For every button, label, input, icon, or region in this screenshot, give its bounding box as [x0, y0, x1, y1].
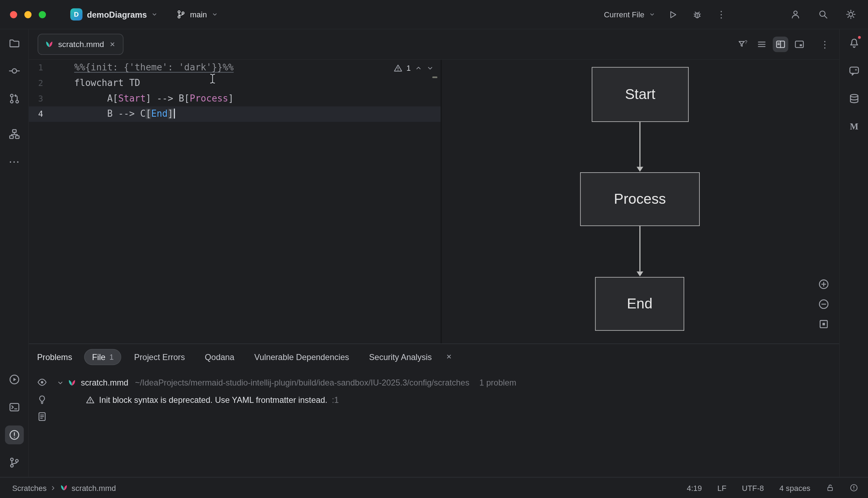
code-editor[interactable]: 1%%{init: {'theme': 'dark'}}%%2flowchart…: [29, 60, 440, 343]
pull-requests-tool-button[interactable]: [5, 89, 23, 108]
code-line-2[interactable]: 2flowchart TD: [29, 75, 440, 91]
line-number[interactable]: 2: [29, 75, 43, 91]
editor-options-button[interactable]: ⋮: [817, 36, 833, 52]
problems-toolbar: [29, 377, 55, 422]
kebab-icon: ⋮: [820, 40, 830, 49]
window-controls: [10, 11, 46, 18]
close-problems-tab-icon[interactable]: ✕: [445, 352, 453, 362]
zoom-in-button[interactable]: [817, 278, 831, 291]
notifications-button[interactable]: [844, 34, 863, 53]
mermaid-tool-button[interactable]: [844, 117, 863, 135]
minimize-window-button[interactable]: [24, 11, 31, 18]
prev-problem-icon[interactable]: [415, 64, 422, 72]
line-number[interactable]: 1: [29, 60, 43, 75]
services-tool-button[interactable]: [5, 370, 23, 389]
status-alert-icon[interactable]: [850, 483, 858, 492]
project-tool-button[interactable]: [5, 34, 23, 53]
filter-question-icon: [738, 39, 748, 49]
fit-to-screen-button[interactable]: [817, 318, 831, 331]
database-tool-button[interactable]: [844, 89, 863, 108]
left-tool-stripe: ⋯: [0, 29, 29, 477]
search-everywhere-button[interactable]: [815, 6, 832, 23]
problems-tab-security-analysis[interactable]: Security Analysis: [362, 349, 439, 364]
diagram-node-start: Start: [592, 67, 688, 122]
code-segment: %%{init: {'theme': 'dark'}}%%: [74, 62, 234, 73]
open-preview-doc-icon[interactable]: [37, 412, 47, 422]
text-caret: [174, 109, 175, 118]
chevron-down-icon[interactable]: [57, 379, 64, 387]
more-tool-windows-button[interactable]: ⋯: [5, 152, 23, 171]
version-control-tool-button[interactable]: [5, 453, 23, 472]
notification-badge: [857, 35, 861, 39]
line-number[interactable]: 4: [29, 106, 43, 122]
code-with-me-button[interactable]: [787, 6, 804, 23]
breadcrumb-file[interactable]: scratch.mmd: [71, 483, 116, 492]
run-configuration-selector[interactable]: Current File: [599, 7, 660, 22]
code-segment: ]: [168, 109, 173, 119]
indent-widget[interactable]: 4 spaces: [779, 483, 810, 492]
breadcrumb-scratches[interactable]: Scratches: [12, 483, 47, 492]
lock-open-icon[interactable]: [826, 483, 834, 492]
encoding-widget[interactable]: UTF-8: [742, 483, 764, 492]
diagram-edge: [639, 122, 640, 167]
git-branch-selector[interactable]: main: [172, 7, 223, 22]
line-separator-widget[interactable]: LF: [717, 483, 727, 492]
ai-assistant-tool-button[interactable]: [844, 62, 863, 80]
problem-location: :1: [332, 395, 339, 405]
more-actions-button[interactable]: ⋮: [713, 6, 729, 23]
problems-tab-project-errors[interactable]: Project Errors: [127, 349, 192, 364]
tab-scratch-mmd[interactable]: scratch.mmd ✕: [38, 34, 124, 55]
problems-tab-file[interactable]: File 1: [84, 349, 122, 365]
problem-file-name: scratch.mmd: [81, 378, 128, 387]
problem-warning-row[interactable]: Init block syntax is deprecated. Use YAM…: [86, 391, 839, 409]
preview-only-view-button[interactable]: [792, 36, 807, 52]
diagram-arrowhead: [636, 167, 643, 172]
code-line-3[interactable]: 3 A[Start] --> B[Process]: [29, 91, 440, 106]
warning-icon: [394, 64, 403, 73]
scrollbar-warning-mark[interactable]: [432, 76, 437, 78]
project-icon: D: [70, 8, 82, 20]
editor-only-view-button[interactable]: [754, 36, 769, 52]
kebab-icon: ⋮: [717, 10, 726, 19]
problems-icon: [8, 429, 19, 440]
zoom-out-button[interactable]: [817, 297, 831, 311]
ai-assistant-button[interactable]: [760, 6, 776, 23]
gear-icon: [846, 10, 856, 19]
structure-icon: [8, 128, 19, 139]
mermaid-m-icon: [848, 121, 859, 132]
code-text: %%{init: {'theme': 'dark'}}%%: [43, 60, 234, 75]
run-button[interactable]: [664, 6, 681, 23]
preview-zoom-controls: [817, 278, 831, 331]
view-options-eye-icon[interactable]: [37, 377, 47, 387]
structure-tool-button[interactable]: [5, 124, 23, 143]
problems-tab-qodana[interactable]: Qodana: [198, 349, 241, 364]
problems-tab-vulnerable-dependencies[interactable]: Vulnerable Dependencies: [247, 349, 356, 364]
problems-tool-button[interactable]: [5, 425, 23, 444]
tab-label: Qodana: [205, 352, 235, 361]
project-selector[interactable]: D demoDiagrams: [66, 6, 162, 23]
diagram-edge: [639, 226, 640, 271]
close-window-button[interactable]: [10, 11, 17, 18]
line-number[interactable]: 3: [29, 91, 43, 106]
filter-problems-button[interactable]: [735, 36, 751, 52]
inspection-widget[interactable]: 1: [394, 61, 434, 75]
split-editor-preview-button[interactable]: [773, 36, 788, 52]
status-bar: Scratches scratch.mmd 4:19 LF UTF-8 4 sp…: [0, 477, 868, 498]
diagram-node-process: Process: [580, 172, 700, 226]
fullscreen-window-button[interactable]: [39, 11, 46, 18]
quick-fix-bulb-icon[interactable]: [37, 394, 47, 404]
close-tab-icon[interactable]: ✕: [108, 40, 116, 49]
project-name: demoDiagrams: [87, 10, 147, 19]
settings-button[interactable]: [843, 6, 859, 23]
mermaid-preview-pane[interactable]: Start Process End: [442, 60, 839, 343]
commit-tool-button[interactable]: [5, 62, 23, 80]
code-line-4[interactable]: 4 B --> C[End]: [29, 106, 440, 122]
caret-position-widget[interactable]: 4:19: [687, 483, 702, 492]
diagram-arrowhead: [636, 272, 643, 277]
problem-file-row[interactable]: scratch.mmd ~/IdeaProjects/mermaid-studi…: [57, 374, 839, 391]
tab-label: File: [92, 352, 106, 361]
next-problem-icon[interactable]: [426, 64, 434, 72]
code-line-1[interactable]: 1%%{init: {'theme': 'dark'}}%%: [29, 60, 440, 75]
terminal-tool-button[interactable]: [5, 398, 23, 417]
debug-button[interactable]: [689, 6, 705, 23]
